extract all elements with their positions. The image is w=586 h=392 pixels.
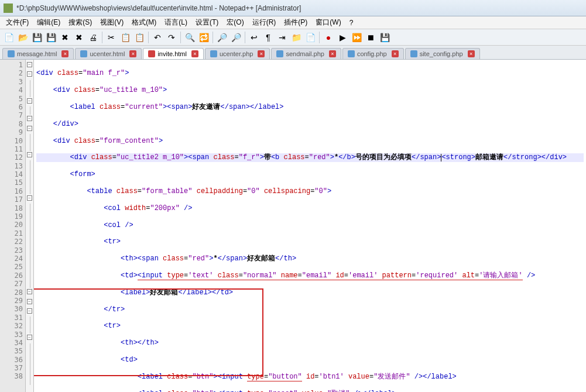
toolbar-separator — [180, 32, 181, 43]
tab-bar: message.html× ucenter.html× invite.html×… — [0, 46, 586, 60]
menu-file[interactable]: 文件(F) — [2, 16, 32, 29]
tab-sendmail[interactable]: sendmail.php× — [271, 48, 341, 59]
tab-label: invite.html — [157, 50, 187, 57]
tab-close-icon[interactable]: × — [468, 50, 475, 57]
redo-icon[interactable]: ↷ — [165, 31, 178, 44]
editor-area: 1234567891011121314151617181920212223242… — [0, 60, 586, 392]
menu-language[interactable]: 语言(L) — [161, 16, 191, 29]
paste-icon[interactable]: 📋 — [133, 31, 146, 44]
print-icon[interactable]: 🖨 — [87, 31, 100, 44]
zoom-out-icon[interactable]: 🔎 — [229, 31, 242, 44]
menu-macro[interactable]: 宏(O) — [223, 16, 247, 29]
window-title: *D:\phpStudy\WWW\iwebshop\views\default\… — [16, 4, 582, 12]
toolbar-separator — [148, 32, 149, 43]
menu-search[interactable]: 搜索(S) — [65, 16, 95, 29]
menu-run[interactable]: 运行(R) — [249, 16, 280, 29]
menu-bar: 文件(F) 编辑(E) 搜索(S) 视图(V) 格式(M) 语言(L) 设置(T… — [0, 16, 586, 29]
menu-view[interactable]: 视图(V) — [97, 16, 127, 29]
folder-icon[interactable]: 📁 — [290, 31, 303, 44]
line-number-gutter: 1234567891011121314151617181920212223242… — [0, 60, 26, 392]
tab-close-icon[interactable]: × — [392, 50, 399, 57]
zoom-in-icon[interactable]: 🔎 — [215, 31, 228, 44]
close-icon[interactable]: ✖ — [59, 31, 71, 44]
find-icon[interactable]: 🔍 — [183, 31, 196, 44]
open-file-icon[interactable]: 📂 — [16, 31, 29, 44]
close-all-icon[interactable]: ✖ — [73, 31, 85, 44]
app-icon — [4, 4, 13, 13]
tab-ucenter-php[interactable]: ucenter.php× — [205, 48, 270, 59]
menu-window[interactable]: 窗口(W) — [312, 16, 344, 29]
tab-label: ucenter.html — [90, 50, 125, 57]
toolbar: 📄 📂 💾 💾 ✖ ✖ 🖨 ✂ 📋 📋 ↶ ↷ 🔍 🔁 🔎 🔎 ↩ ¶ ⇥ 📁 … — [0, 29, 586, 46]
toolbar-separator — [245, 32, 245, 43]
tab-close-icon[interactable]: × — [191, 50, 198, 57]
save-all-icon[interactable]: 💾 — [44, 31, 57, 44]
tab-label: ucenter.php — [220, 50, 253, 57]
menu-help[interactable]: ? — [346, 18, 357, 28]
tab-ucenter-html[interactable]: ucenter.html× — [75, 48, 142, 59]
save-macro-icon[interactable]: 💾 — [378, 31, 391, 44]
doc-icon[interactable]: 📄 — [304, 31, 317, 44]
tab-config[interactable]: config.php× — [342, 48, 404, 59]
toolbar-separator — [102, 32, 102, 43]
tab-close-icon[interactable]: × — [61, 50, 68, 57]
stop-icon[interactable]: ⏹ — [364, 31, 377, 44]
wrap-icon[interactable]: ↩ — [248, 31, 261, 44]
menu-format[interactable]: 格式(M) — [128, 16, 160, 29]
tab-invite[interactable]: invite.html× — [143, 48, 204, 59]
indent-icon[interactable]: ⇥ — [276, 31, 289, 44]
tab-close-icon[interactable]: × — [258, 50, 265, 57]
save-icon[interactable]: 💾 — [30, 31, 43, 44]
fast-icon[interactable]: ⏩ — [350, 31, 363, 44]
tab-message[interactable]: message.html× — [2, 48, 74, 59]
tab-label: sendmail.php — [286, 50, 324, 57]
cut-icon[interactable]: ✂ — [105, 31, 118, 44]
copy-icon[interactable]: 📋 — [119, 31, 132, 44]
record-icon[interactable]: ● — [322, 31, 335, 44]
menu-settings[interactable]: 设置(T) — [192, 16, 222, 29]
menu-edit[interactable]: 编辑(E) — [33, 16, 64, 29]
menu-plugins[interactable]: 插件(P) — [280, 16, 311, 29]
toolbar-separator — [319, 32, 320, 43]
tab-close-icon[interactable]: × — [329, 50, 336, 57]
show-all-icon[interactable]: ¶ — [262, 31, 275, 44]
tab-close-icon[interactable]: × — [129, 50, 136, 57]
title-bar: *D:\phpStudy\WWW\iwebshop\views\default\… — [0, 0, 586, 16]
play-icon[interactable]: ▶ — [336, 31, 349, 44]
fold-gutter: −−−−−−−−−−− — [26, 60, 34, 392]
undo-icon[interactable]: ↶ — [151, 31, 164, 44]
tab-label: config.php — [357, 50, 387, 57]
tab-label: message.html — [17, 50, 57, 57]
tab-label: site_config.php — [420, 50, 463, 57]
replace-icon[interactable]: 🔁 — [197, 31, 210, 44]
new-file-icon[interactable]: 📄 — [2, 31, 15, 44]
toolbar-separator — [213, 32, 213, 43]
code-editor[interactable]: <div class="main f_r"> <div class="uc_ti… — [34, 60, 586, 392]
tab-site-config[interactable]: site_config.php× — [405, 48, 480, 59]
